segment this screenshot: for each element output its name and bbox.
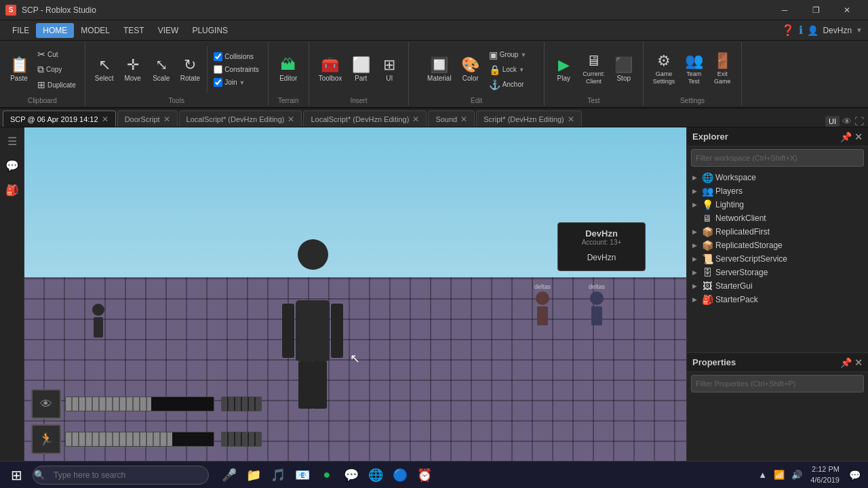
explorer-pin-icon[interactable]: 📌 xyxy=(840,131,852,142)
tree-item-workspace[interactable]: ▶ 🌐 Workspace xyxy=(687,171,868,184)
close-button[interactable]: ✕ xyxy=(831,0,863,20)
task-email-icon[interactable]: 📧 xyxy=(292,464,313,486)
tab-scp[interactable]: SCP @ 06 Apr 2019 14:12 ✕ xyxy=(3,110,116,127)
menu-view[interactable]: VIEW xyxy=(151,23,186,38)
color-button[interactable]: 🎨 Color xyxy=(457,49,484,90)
camera-icon[interactable]: 👁 xyxy=(842,116,852,127)
notification-button[interactable]: 💬 xyxy=(845,466,864,485)
tree-item-startergui[interactable]: ▶ 🖼 StarterGui xyxy=(687,279,868,293)
tree-item-replicatedfirst[interactable]: ▶ 📦 ReplicatedFirst xyxy=(687,225,868,239)
game-settings-button[interactable]: ⚙ GameSettings xyxy=(649,49,679,90)
start-button[interactable]: ⊞ xyxy=(4,463,28,487)
tree-item-replicatedstorage[interactable]: ▶ 📦 ReplicatedStorage xyxy=(687,239,868,252)
copy-button[interactable]: ⧉ Copy xyxy=(34,62,79,77)
menu-icon[interactable]: ☰ xyxy=(3,131,22,150)
tree-item-players[interactable]: ▶ 👥 Players xyxy=(687,184,868,198)
explorer-close-icon[interactable]: ✕ xyxy=(854,131,863,142)
group-dropdown-icon[interactable]: ▼ xyxy=(520,52,526,58)
tab-doorscript[interactable]: DoorScript ✕ xyxy=(117,110,178,127)
tab-sound[interactable]: Sound ✕ xyxy=(428,110,475,127)
tree-item-lighting[interactable]: ▶ 💡 Lighting xyxy=(687,198,868,211)
collisions-button[interactable]: Collisions xyxy=(210,51,262,62)
chevron-down-icon[interactable]: ▼ xyxy=(856,26,863,34)
rotate-button[interactable]: ↻ Rotate xyxy=(176,49,204,90)
constraints-checkbox[interactable] xyxy=(214,65,222,74)
task-mic-icon[interactable]: 🎤 xyxy=(218,464,240,486)
properties-filter[interactable] xyxy=(691,375,864,392)
editor-button[interactable]: 🏔 Editor xyxy=(275,49,302,90)
user-avatar[interactable]: 👤 xyxy=(807,25,818,36)
tab-localscript1[interactable]: LocalScript* (DevHzn Editing) ✕ xyxy=(179,110,302,127)
select-button[interactable]: ↖ Select xyxy=(91,49,118,90)
collisions-checkbox[interactable] xyxy=(214,52,222,61)
help-icon[interactable]: ❓ xyxy=(781,24,795,37)
lock-dropdown-icon[interactable]: ▼ xyxy=(519,66,525,73)
viewport[interactable]: deltas deltas ↖ DevHzn Account: 13+ DevH… xyxy=(24,127,686,461)
paste-button[interactable]: 📋 Paste xyxy=(5,49,33,90)
ui-button[interactable]: ⊞ UI xyxy=(376,49,403,90)
char-bg-2: deltas xyxy=(589,283,605,325)
tree-item-serverstorage[interactable]: ▶ 🗄 ServerStorage xyxy=(687,266,868,279)
tree-item-networkclient[interactable]: 🖥 NetworkClient xyxy=(687,211,868,225)
popup-devhzn[interactable]: DevHzn xyxy=(564,250,639,265)
menu-file[interactable]: FILE xyxy=(5,23,36,38)
taskbar-arrow-icon[interactable]: ▲ xyxy=(755,467,770,483)
constraints-button[interactable]: Constraints xyxy=(210,64,262,75)
stop-button[interactable]: ⬛ Stop xyxy=(610,49,637,90)
tab-sound-close[interactable]: ✕ xyxy=(460,115,467,124)
tab-script[interactable]: Script* (DevHzn Editing) ✕ xyxy=(476,110,582,127)
lock-button[interactable]: 🔒 Lock ▼ xyxy=(486,63,530,77)
chat-icon[interactable]: 💬 xyxy=(3,156,22,175)
explorer-filter[interactable] xyxy=(691,149,864,167)
startergui-arrow: ▶ xyxy=(692,283,699,289)
properties-pin-icon[interactable]: 📌 xyxy=(840,357,852,368)
tab-localscript2[interactable]: LocalScript* (DevHzn Editing) ✕ xyxy=(303,110,427,127)
task-discord-icon[interactable]: 💬 xyxy=(340,464,362,486)
duplicate-button[interactable]: ⊞ Duplicate xyxy=(34,78,79,92)
taskbar-search[interactable] xyxy=(33,466,209,485)
network-icon[interactable]: 📶 xyxy=(771,467,787,483)
anchor-button[interactable]: ⚓ Anchor xyxy=(486,78,530,92)
join-checkbox[interactable] xyxy=(214,78,222,87)
cut-button[interactable]: ✂ Cut xyxy=(34,47,79,61)
ui-toggle-button[interactable]: UI xyxy=(825,116,840,127)
tree-item-serverscriptservice[interactable]: ▶ 📜 ServerScriptService xyxy=(687,252,868,266)
menu-home[interactable]: HOME xyxy=(36,23,74,38)
menu-test[interactable]: TEST xyxy=(117,23,151,38)
menu-model[interactable]: MODEL xyxy=(74,23,117,38)
minimize-button[interactable]: ─ xyxy=(769,0,800,20)
bag-icon[interactable]: 🎒 xyxy=(3,180,22,199)
client-button[interactable]: 🖥 Current:Client xyxy=(578,49,609,90)
menu-plugins[interactable]: PLUGINS xyxy=(185,23,235,38)
task-clock-icon[interactable]: ⏰ xyxy=(414,464,435,486)
material-button[interactable]: 🔲 Material xyxy=(423,49,456,90)
move-button[interactable]: ✛ Move xyxy=(119,49,146,90)
user-popup: DevHzn Account: 13+ DevHzn xyxy=(557,222,646,271)
maximize-button[interactable]: ❐ xyxy=(800,0,831,20)
task-roblox-icon[interactable]: 🔵 xyxy=(389,464,411,486)
tab-localscript2-close[interactable]: ✕ xyxy=(412,115,419,124)
team-test-button[interactable]: 👥 TeamTest xyxy=(680,49,707,90)
play-icon: ▶ xyxy=(558,58,570,73)
task-chrome-icon[interactable]: 🌐 xyxy=(365,464,387,486)
join-dropdown-icon[interactable]: ▼ xyxy=(239,79,245,86)
tree-item-starterpack[interactable]: ▶ 🎒 StarterPack xyxy=(687,293,868,306)
volume-icon[interactable]: 🔊 xyxy=(789,467,805,483)
scale-button[interactable]: ⤡ Scale xyxy=(148,49,175,90)
tab-doorscript-close[interactable]: ✕ xyxy=(163,115,170,124)
tab-localscript1-close[interactable]: ✕ xyxy=(288,115,294,124)
expand-icon[interactable]: ⛶ xyxy=(854,116,864,127)
info-icon[interactable]: ℹ xyxy=(799,24,803,37)
task-spotify-icon[interactable]: ● xyxy=(316,464,338,486)
toolbox-button[interactable]: 🧰 Toolbox xyxy=(315,49,346,90)
task-store-icon[interactable]: 📁 xyxy=(243,464,264,486)
group-button[interactable]: ▣ Group ▼ xyxy=(486,48,530,62)
exit-game-button[interactable]: 🚪 ExitGame xyxy=(709,49,736,90)
part-button[interactable]: ⬜ Part xyxy=(347,49,374,90)
join-button[interactable]: Join ▼ xyxy=(210,77,262,88)
tab-script-close[interactable]: ✕ xyxy=(568,115,574,124)
properties-close-icon[interactable]: ✕ xyxy=(854,357,863,368)
task-mail-icon[interactable]: 🎵 xyxy=(267,464,289,486)
play-button[interactable]: ▶ Play xyxy=(550,49,577,90)
tab-scp-close[interactable]: ✕ xyxy=(102,115,108,124)
